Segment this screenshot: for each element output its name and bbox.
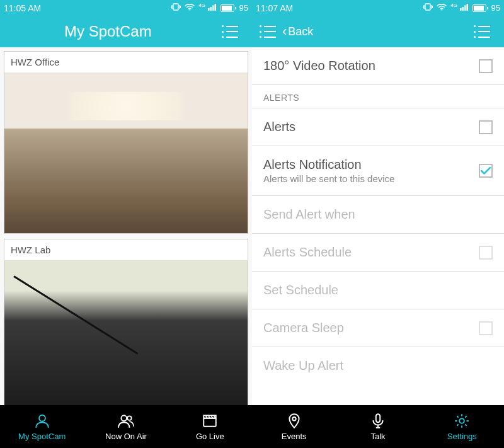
checkbox[interactable] [479,59,493,73]
camera-label: HWZ Office [4,52,248,72]
tab-label: Events [282,432,307,441]
setting-set-schedule[interactable]: Set Schedule [252,272,504,309]
battery-level: 95 [491,3,500,13]
section-header-alerts: ALERTS [252,85,504,108]
svg-point-7 [441,9,442,11]
setting-label: 180° Video Rotation [263,59,375,73]
svg-point-12 [39,415,45,421]
people-icon [118,413,134,429]
menu-list-icon[interactable] [474,25,490,38]
setting-send-alert-when[interactable]: Send Alert when [252,196,504,234]
svg-point-14 [127,416,132,420]
status-bar-left: 11:05 AM 4G 95 [0,0,252,16]
checkbox-checked[interactable] [479,164,493,178]
checkbox[interactable] [479,120,493,134]
tab-settings[interactable]: Settings [420,405,504,448]
camera-card[interactable]: HWZ Office [4,51,248,234]
svg-point-13 [121,415,127,421]
camera-card[interactable]: HWZ Lab [4,239,248,412]
svg-rect-4 [212,6,214,11]
status-icons: 4G 95 [171,3,248,13]
setting-sublabel: Alerts will be sent to this device [263,173,394,184]
svg-point-19 [460,418,465,423]
battery-icon [472,4,488,12]
checkbox[interactable] [479,321,493,335]
setting-video-rotation[interactable]: 180° Video Rotation [252,47,504,85]
setting-label: Camera Sleep [263,321,344,335]
tab-my-spotcam[interactable]: My SpotCam [0,405,84,448]
vibrate-icon [171,3,181,13]
camera-thumbnail[interactable] [4,72,248,233]
tab-events[interactable]: Events [252,405,336,448]
svg-rect-18 [376,414,381,422]
setting-label: Wake Up Alert [263,359,343,373]
back-chevron-icon[interactable]: ‹ [282,23,287,40]
tab-label: Talk [370,432,385,441]
setting-label: Alerts Schedule [263,245,352,260]
setting-alerts-notification[interactable]: Alerts Notification Alerts will be sent … [252,146,504,196]
status-time: 11:05 AM [4,3,41,13]
wifi-icon [437,3,447,13]
tab-label: Now On Air [105,432,147,441]
setting-wake-up-alert[interactable]: Wake Up Alert [252,347,504,384]
svg-rect-11 [466,4,468,11]
signal-icon: 4G [450,3,468,13]
settings-list: 180° Video Rotation ALERTS Alerts Alerts… [252,47,504,448]
battery-icon [220,4,236,12]
mic-icon [370,413,386,429]
svg-rect-10 [464,6,466,11]
back-button[interactable]: Back [288,25,313,38]
signal-icon: 4G [198,3,216,13]
wifi-icon [185,3,195,13]
tab-talk[interactable]: Talk [336,405,420,448]
setting-label: Set Schedule [263,283,338,297]
svg-rect-15 [204,418,217,426]
tab-now-on-air[interactable]: Now On Air [84,405,168,448]
status-icons: 4G 95 [423,3,500,13]
bottom-tabbar: My SpotCam Now On Air Go Live Events Tal… [0,405,504,448]
battery-level: 95 [239,3,248,13]
vibrate-icon [423,3,433,13]
tab-label: My SpotCam [18,432,66,441]
svg-rect-6 [425,4,430,10]
tab-label: Settings [447,432,477,441]
setting-label: Alerts [263,120,295,134]
camera-label: HWZ Lab [4,239,248,260]
checkbox[interactable] [479,246,493,260]
appbar-title: My SpotCam [8,23,222,40]
svg-rect-8 [460,8,462,11]
svg-rect-3 [210,7,212,11]
status-bar-right: 11:07 AM 4G 95 [252,0,504,16]
setting-alerts[interactable]: Alerts [252,108,504,146]
checkmark-icon [481,167,491,175]
pin-icon [286,413,302,429]
person-icon [34,413,50,429]
setting-label: Send Alert when [263,207,355,222]
svg-point-1 [189,9,190,11]
status-time: 11:07 AM [256,3,293,13]
svg-rect-5 [214,4,216,11]
camera-list: HWZ Office HWZ Lab [0,47,252,448]
setting-camera-sleep[interactable]: Camera Sleep [252,309,504,347]
menu-list-icon[interactable] [260,25,276,38]
setting-alerts-schedule[interactable]: Alerts Schedule [252,234,504,272]
tab-label: Go Live [196,432,224,441]
svg-rect-9 [462,7,464,11]
tab-go-live[interactable]: Go Live [168,405,252,448]
section-title: ALERTS [263,93,493,103]
gear-icon [454,413,470,429]
svg-rect-0 [173,4,178,10]
app-bar-left: My SpotCam [0,16,252,47]
svg-point-17 [292,417,295,420]
setting-label: Alerts Notification [263,158,394,172]
camera-thumbnail[interactable] [4,260,248,411]
app-bar-right: ‹ Back [252,16,504,47]
menu-list-icon[interactable] [222,25,238,38]
clapper-icon [202,413,218,429]
svg-rect-2 [208,8,210,11]
